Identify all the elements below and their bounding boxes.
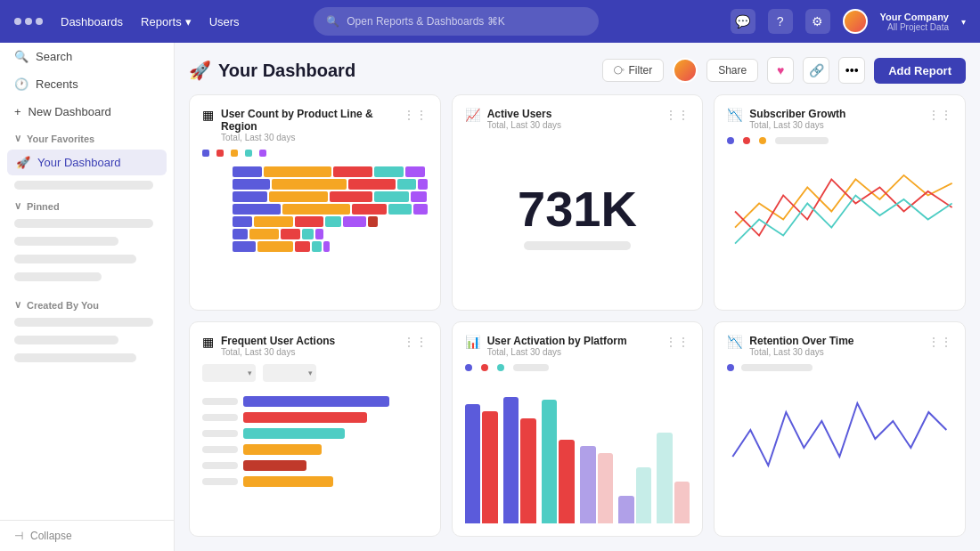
- user-activation-header: 📊 User Activation by Platform Total, Las…: [465, 335, 690, 357]
- frequent-actions-title: Frequent User Actions: [221, 335, 396, 347]
- chevron-down-icon: ∨: [14, 133, 21, 144]
- help-icon-btn[interactable]: ?: [768, 9, 793, 34]
- card-menu-icon[interactable]: ⋮⋮: [665, 335, 690, 349]
- settings-icon-btn[interactable]: ⚙: [805, 9, 830, 34]
- vbar-legend-2: [481, 364, 488, 371]
- vbar-group: [465, 384, 498, 524]
- search-icon: 🔍: [326, 15, 339, 28]
- card-menu-icon[interactable]: ⋮⋮: [927, 335, 952, 349]
- legend-dot-5: [259, 150, 266, 157]
- legend-item-5: [259, 150, 266, 157]
- card-menu-icon[interactable]: ⋮⋮: [665, 108, 690, 122]
- company-name: Your Company: [880, 12, 949, 22]
- heart-icon: ♥: [777, 63, 784, 77]
- subscriber-growth-card: 📉 Subscriber Growth Total, Last 30 days …: [714, 94, 966, 311]
- sidebar-placeholder-5: [14, 272, 102, 281]
- freq-row: [202, 476, 428, 487]
- freq-row: [202, 412, 428, 423]
- sidebar-placeholder-6: [14, 318, 153, 327]
- big-number-container: 731K: [465, 137, 690, 297]
- company-chevron-icon[interactable]: ▾: [961, 17, 966, 27]
- retention-legend-label: [741, 364, 813, 371]
- sidebar-favorites-header[interactable]: ∨ Your Favorites: [0, 126, 174, 148]
- card-menu-icon[interactable]: ⋮⋮: [403, 335, 428, 349]
- active-users-header: 📈 Active Users Total, Last 30 days ⋮⋮: [465, 108, 690, 130]
- card-menu-icon[interactable]: ⋮⋮: [403, 108, 428, 122]
- plus-icon: +: [14, 105, 21, 118]
- top-nav: Dashboards Reports ▾ Users 🔍 Open Report…: [0, 0, 980, 43]
- sidebar-new-dashboard[interactable]: + New Dashboard: [0, 98, 174, 126]
- nav-dots: [14, 18, 43, 25]
- main-layout: 🔍 Search 🕐 Recents + New Dashboard ∨ You…: [0, 43, 980, 551]
- hbar-row: [202, 190, 428, 203]
- nav-reports[interactable]: Reports ▾: [141, 15, 192, 28]
- sidebar-item-your-dashboard[interactable]: 🚀 Your Dashboard: [7, 150, 167, 175]
- collapse-icon: ⊣: [14, 530, 23, 542]
- retention-title: Retention Over Time: [749, 335, 920, 347]
- sidebar-placeholder-2: [14, 219, 153, 228]
- chat-icon: 💬: [735, 14, 750, 28]
- vbar-group: [618, 384, 651, 524]
- user-activation-card: 📊 User Activation by Platform Total, Las…: [452, 321, 704, 538]
- freq-row: [202, 428, 428, 439]
- search-icon: 🔍: [14, 50, 29, 63]
- freq-select-1[interactable]: ▾: [202, 364, 256, 382]
- vbar-chart: [465, 377, 690, 524]
- frequent-actions-subtitle: Total, Last 30 days: [221, 347, 396, 357]
- chat-icon-btn[interactable]: 💬: [731, 9, 755, 34]
- retention-legend-1: [727, 364, 734, 371]
- avatar[interactable]: [843, 9, 868, 34]
- sidebar-created-header[interactable]: ∨ Created By You: [0, 292, 174, 314]
- user-count-header: ▦ User Count by Product Line & Region To…: [202, 108, 428, 142]
- filter-button[interactable]: ⧂ Filter: [602, 59, 665, 82]
- more-button[interactable]: •••: [838, 57, 865, 84]
- favorite-button[interactable]: ♥: [767, 57, 794, 84]
- line-legend-3: [759, 137, 766, 144]
- add-report-button[interactable]: Add Report: [874, 58, 966, 84]
- share-button[interactable]: Share: [706, 59, 758, 82]
- hbar-rows: [202, 166, 428, 253]
- content-area: 🚀 Your Dashboard ⧂ Filter Share ♥ 🔗: [175, 43, 980, 551]
- retention-icon: 📉: [727, 335, 742, 349]
- nav-users[interactable]: Users: [209, 15, 240, 28]
- user-activation-title-group: User Activation by Platform Total, Last …: [487, 335, 658, 357]
- search-placeholder: Open Reports & Dashboards ⌘K: [347, 15, 504, 28]
- subscriber-growth-subtitle: Total, Last 30 days: [749, 120, 920, 130]
- sidebar-collapse[interactable]: ⊣ Collapse: [0, 520, 174, 551]
- sidebar-recents[interactable]: 🕐 Recents: [0, 70, 174, 98]
- legend-dot-2: [216, 150, 224, 157]
- hbar-row: [202, 228, 428, 240]
- sidebar-search-label: Search: [36, 50, 72, 63]
- sidebar-pinned-header[interactable]: ∨ Pinned: [0, 193, 174, 215]
- legend-item-1: [202, 150, 209, 157]
- sidebar-recents-label: Recents: [36, 77, 78, 91]
- nav-right: 💬 ? ⚙ Your Company All Project Data ▾: [731, 9, 966, 34]
- collapse-label: Collapse: [30, 530, 72, 542]
- created-label: Created By You: [27, 300, 99, 311]
- card-menu-icon[interactable]: ⋮⋮: [927, 108, 952, 122]
- hbar-row: [202, 215, 428, 228]
- active-item-label: Your Dashboard: [37, 156, 120, 169]
- sidebar-search[interactable]: 🔍 Search: [0, 43, 174, 70]
- subscriber-growth-title: Subscriber Growth: [749, 108, 920, 120]
- active-users-subtitle: Total, Last 30 days: [487, 120, 658, 130]
- favorites-label: Your Favorites: [27, 134, 94, 144]
- company-info: Your Company All Project Data: [880, 12, 949, 32]
- gear-icon: ⚙: [812, 14, 823, 28]
- ellipsis-icon: •••: [845, 63, 859, 77]
- nav-dashboards[interactable]: Dashboards: [61, 15, 123, 28]
- hbar-row: [202, 166, 428, 178]
- vbar-legend-label: [513, 364, 549, 371]
- link-button[interactable]: 🔗: [803, 57, 829, 84]
- freq-row: [202, 444, 428, 455]
- sidebar-placeholder-4: [14, 255, 136, 263]
- line-legend-1: [727, 137, 734, 144]
- nav-dot-1: [14, 18, 21, 25]
- vbar-group: [503, 384, 536, 524]
- global-search[interactable]: 🔍 Open Reports & Dashboards ⌘K: [314, 7, 599, 36]
- active-users-icon: 📈: [465, 108, 480, 122]
- active-users-trend: [524, 241, 631, 250]
- reports-chevron-icon: ▾: [185, 15, 192, 28]
- company-sub: All Project Data: [887, 22, 949, 32]
- freq-select-2[interactable]: ▾: [263, 364, 316, 382]
